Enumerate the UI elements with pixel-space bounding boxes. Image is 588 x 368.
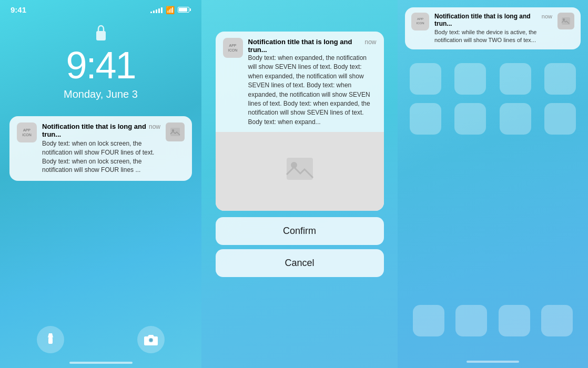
app-icon-3[interactable] xyxy=(500,63,531,95)
status-bar-left: 9:41 📶 xyxy=(0,0,201,14)
expanded-notif-title: Notification title that is long and trun… xyxy=(248,38,365,54)
home-indicator-right xyxy=(467,361,519,363)
app-icon-6[interactable] xyxy=(454,103,486,135)
notif-time-left: now xyxy=(149,123,160,130)
lock-icon xyxy=(0,24,201,45)
dock xyxy=(398,305,588,336)
app-icon-left: APPICON xyxy=(17,122,37,142)
wifi-icon: 📶 xyxy=(166,6,175,14)
expanded-notif-time: now xyxy=(364,38,376,46)
home-screen-panel: APPICON Notification title that is long … xyxy=(398,0,588,368)
expanded-notif-content: Notification title that is long and trun… xyxy=(248,38,377,127)
banner-thumbnail xyxy=(557,13,574,29)
app-icon-5[interactable] xyxy=(410,103,441,135)
notif-content-left: Notification title that is long and trun… xyxy=(42,122,160,175)
lock-screen-bottom-bar xyxy=(0,326,201,353)
expanded-notification-panel: APPICON Notification title that is long … xyxy=(201,0,398,368)
svg-rect-0 xyxy=(96,31,106,40)
svg-rect-1 xyxy=(170,128,180,136)
signal-icon xyxy=(150,7,163,13)
banner-title: Notification title that is long and trun… xyxy=(434,13,542,27)
expanded-image-area xyxy=(216,132,384,211)
cancel-button[interactable]: Cancel xyxy=(216,249,384,277)
banner-body: Body text: while the device is active, t… xyxy=(434,28,552,44)
banner-content: Notification title that is long and trun… xyxy=(434,13,552,44)
time-left: 9:41 xyxy=(11,5,26,14)
dock-icon-1[interactable] xyxy=(413,305,444,336)
action-buttons: Confirm Cancel xyxy=(216,217,384,277)
battery-icon xyxy=(178,7,191,13)
app-icon-7[interactable] xyxy=(500,103,531,135)
camera-button[interactable] xyxy=(137,326,165,353)
app-icon-4[interactable] xyxy=(544,63,576,95)
app-icon-2[interactable] xyxy=(454,63,486,95)
notification-banner[interactable]: APPICON Notification title that is long … xyxy=(405,7,581,49)
banner-time: now xyxy=(542,13,552,19)
app-icon-1[interactable] xyxy=(410,63,441,95)
lock-clock: 9:41 xyxy=(0,46,201,84)
expanded-notif-header: APPICON Notification title that is long … xyxy=(216,32,384,132)
home-indicator-left xyxy=(69,362,133,364)
lock-screen-notification[interactable]: APPICON Notification title that is long … xyxy=(9,116,192,181)
svg-point-6 xyxy=(150,339,153,342)
expanded-notif-body: Body text: when expanded, the notificati… xyxy=(248,54,377,127)
svg-rect-7 xyxy=(287,158,313,180)
app-grid-row-1 xyxy=(398,54,588,95)
flashlight-button[interactable] xyxy=(37,326,64,353)
dock-icon-4[interactable] xyxy=(541,305,573,336)
lock-screen-panel: 9:41 📶 9:41 Monday, June 3 APPICON xyxy=(0,0,201,368)
svg-point-4 xyxy=(49,340,52,342)
expanded-notification-card[interactable]: APPICON Notification title that is long … xyxy=(216,32,384,211)
notif-body-left: Body text: when on lock screen, the noti… xyxy=(42,139,160,175)
app-icon-middle: APPICON xyxy=(223,38,243,58)
dock-icon-3[interactable] xyxy=(499,305,530,336)
status-icons-left: 📶 xyxy=(150,6,191,14)
app-grid-row-2 xyxy=(398,103,588,135)
notif-title-left: Notification title that is long and trun… xyxy=(42,122,149,138)
app-icon-8[interactable] xyxy=(544,103,576,135)
lock-date: Monday, June 3 xyxy=(0,88,201,100)
notif-thumbnail-left xyxy=(166,122,185,141)
app-icon-right: APPICON xyxy=(411,13,429,30)
confirm-button[interactable]: Confirm xyxy=(216,217,384,245)
dock-icon-2[interactable] xyxy=(455,305,487,336)
image-placeholder-icon xyxy=(286,157,314,186)
